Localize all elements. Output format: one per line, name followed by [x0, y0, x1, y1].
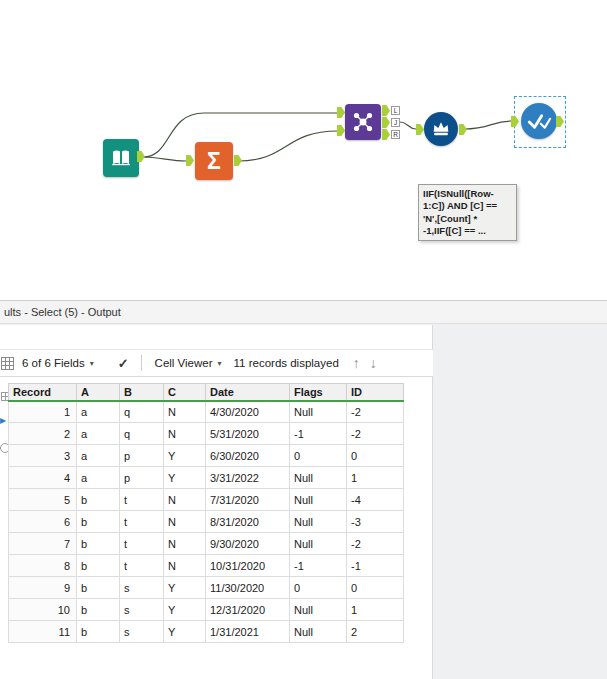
record-number-cell[interactable]: 8 [9, 555, 77, 577]
wire-join-to-formula[interactable] [400, 122, 416, 129]
data-cell[interactable]: t [120, 489, 164, 511]
data-cell[interactable]: N [164, 401, 206, 423]
column-header-id[interactable]: ID [347, 384, 404, 401]
record-number-cell[interactable]: 2 [9, 423, 77, 445]
data-cell[interactable]: s [120, 599, 164, 621]
data-cell[interactable]: Null [290, 511, 347, 533]
data-cell[interactable]: a [77, 401, 120, 423]
data-cell[interactable]: 1/31/2021 [206, 621, 290, 643]
data-cell[interactable]: 7/31/2020 [206, 489, 290, 511]
data-cell[interactable]: Y [164, 577, 206, 599]
data-cell[interactable]: 10/31/2020 [206, 555, 290, 577]
data-cell[interactable]: Null [290, 467, 347, 489]
data-cell[interactable]: b [77, 555, 120, 577]
data-cell[interactable]: Null [290, 599, 347, 621]
data-cell[interactable]: b [77, 533, 120, 555]
column-header-date[interactable]: Date [206, 384, 290, 401]
record-number-cell[interactable]: 10 [9, 599, 77, 621]
column-header-flags[interactable]: Flags [290, 384, 347, 401]
data-cell[interactable]: a [77, 423, 120, 445]
record-number-cell[interactable]: 11 [9, 621, 77, 643]
data-cell[interactable]: a [77, 467, 120, 489]
data-cell[interactable]: s [120, 577, 164, 599]
data-cell[interactable]: b [77, 599, 120, 621]
data-cell[interactable]: -1 [290, 555, 347, 577]
data-cell[interactable]: Y [164, 467, 206, 489]
summarize-tool[interactable]: Σ [195, 142, 233, 180]
confirm-check-icon[interactable]: ✓ [118, 356, 129, 371]
arrow-down-button[interactable]: ↓ [370, 355, 377, 371]
data-cell[interactable]: b [77, 511, 120, 533]
wire-input-to-summarize[interactable] [143, 157, 186, 161]
record-number-cell[interactable]: 6 [9, 511, 77, 533]
data-cell[interactable]: N [164, 533, 206, 555]
data-cell[interactable]: b [77, 489, 120, 511]
data-cell[interactable]: N [164, 511, 206, 533]
data-cell[interactable]: q [120, 423, 164, 445]
data-cell[interactable]: 6/30/2020 [206, 445, 290, 467]
column-header-c[interactable]: C [164, 384, 206, 401]
record-number-cell[interactable]: 3 [9, 445, 77, 467]
data-cell[interactable]: q [120, 401, 164, 423]
record-number-cell[interactable]: 4 [9, 467, 77, 489]
table-grid-icon[interactable] [1, 357, 14, 370]
record-number-cell[interactable]: 1 [9, 401, 77, 423]
data-cell[interactable]: Null [290, 621, 347, 643]
wire-formula-to-check[interactable] [464, 121, 512, 129]
fields-dropdown[interactable]: 6 of 6 Fields ▾ [18, 355, 98, 371]
data-cell[interactable]: t [120, 555, 164, 577]
data-cell[interactable]: -2 [347, 401, 404, 423]
data-cell[interactable]: -1 [347, 555, 404, 577]
data-cell[interactable]: 4/30/2020 [206, 401, 290, 423]
data-cell[interactable]: 1 [347, 467, 404, 489]
check-tool[interactable] [521, 103, 557, 139]
data-cell[interactable]: N [164, 489, 206, 511]
column-header-a[interactable]: A [77, 384, 120, 401]
record-number-cell[interactable]: 9 [9, 577, 77, 599]
data-cell[interactable]: 2 [347, 621, 404, 643]
data-cell[interactable]: Y [164, 445, 206, 467]
data-cell[interactable]: s [120, 621, 164, 643]
data-cell[interactable]: Null [290, 489, 347, 511]
data-cell[interactable]: t [120, 533, 164, 555]
data-cell[interactable]: p [120, 445, 164, 467]
gutter-expand-arrow-icon[interactable]: ▸ [0, 413, 6, 427]
data-cell[interactable]: Y [164, 621, 206, 643]
data-cell[interactable]: t [120, 511, 164, 533]
input-data-tool[interactable] [103, 139, 139, 177]
data-cell[interactable]: N [164, 555, 206, 577]
data-cell[interactable]: 5/31/2020 [206, 423, 290, 445]
data-cell[interactable]: 0 [347, 577, 404, 599]
record-number-cell[interactable]: 7 [9, 533, 77, 555]
data-cell[interactable]: b [77, 621, 120, 643]
data-cell[interactable]: 9/30/2020 [206, 533, 290, 555]
multi-row-formula-tool[interactable] [424, 112, 458, 146]
data-cell[interactable]: -2 [347, 533, 404, 555]
data-cell[interactable]: 0 [290, 445, 347, 467]
data-cell[interactable]: 12/31/2020 [206, 599, 290, 621]
data-cell[interactable]: 0 [347, 445, 404, 467]
data-cell[interactable]: -3 [347, 511, 404, 533]
data-cell[interactable]: b [77, 577, 120, 599]
data-cell[interactable]: Y [164, 599, 206, 621]
data-cell[interactable]: 11/30/2020 [206, 577, 290, 599]
workflow-canvas[interactable]: Σ L J R [0, 0, 607, 300]
join-tool[interactable] [345, 104, 381, 140]
column-header-b[interactable]: B [120, 384, 164, 401]
column-header-record[interactable]: Record [9, 384, 77, 401]
data-cell[interactable]: a [77, 445, 120, 467]
data-cell[interactable]: 0 [290, 577, 347, 599]
data-cell[interactable]: 8/31/2020 [206, 511, 290, 533]
data-cell[interactable]: 3/31/2022 [206, 467, 290, 489]
wire-summarize-to-join-r[interactable] [238, 131, 338, 161]
data-cell[interactable]: -4 [347, 489, 404, 511]
cell-viewer-dropdown[interactable]: Cell Viewer ▾ [151, 355, 226, 371]
data-cell[interactable]: -2 [347, 423, 404, 445]
arrow-up-button[interactable]: ↑ [353, 355, 360, 371]
data-cell[interactable]: 1 [347, 599, 404, 621]
data-cell[interactable]: Null [290, 401, 347, 423]
data-cell[interactable]: N [164, 423, 206, 445]
data-cell[interactable]: -1 [290, 423, 347, 445]
record-number-cell[interactable]: 5 [9, 489, 77, 511]
data-cell[interactable]: Null [290, 533, 347, 555]
